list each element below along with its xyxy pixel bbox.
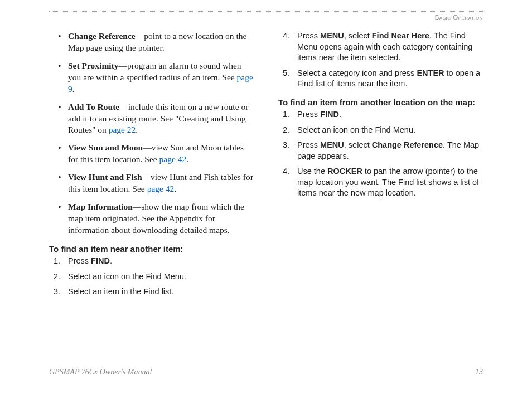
- procedure-heading: To find an item from another location on…: [278, 97, 483, 108]
- step-text-pre: Use the: [297, 167, 327, 176]
- step-text-pre: Select a category icon and press: [297, 69, 417, 77]
- step-text-pre: Press: [68, 256, 91, 265]
- step-item: 4. Press MENU, select Find Near Here. Th…: [278, 31, 483, 64]
- step-number: 2.: [54, 271, 60, 283]
- bullet-map-information: Map Information—show the map from which …: [58, 201, 254, 236]
- step-number: 2.: [283, 125, 289, 136]
- key-find: FIND: [91, 256, 110, 265]
- page-link[interactable]: page 22: [109, 125, 136, 134]
- step-item: 1. Press FIND.: [49, 256, 254, 267]
- bullet-title: Set Proximity: [68, 61, 119, 70]
- step-text-mid: , select: [344, 31, 372, 40]
- bullet-title: View Sun and Moon: [68, 143, 143, 152]
- bullet-desc-end: .: [136, 125, 138, 134]
- key-find-near-here: Find Near Here: [372, 31, 429, 40]
- step-item: 3. Press MENU, select Change Reference. …: [278, 140, 483, 162]
- step-text: Select an icon on the Find Menu.: [68, 272, 186, 281]
- document-page: Basic Operation Change Reference—point t…: [0, 0, 532, 399]
- bullet-title: View Hunt and Fish: [68, 172, 142, 182]
- step-item: 1. Press FIND.: [278, 109, 483, 120]
- step-item: 5. Select a category icon and press ENTE…: [278, 68, 483, 90]
- step-number: 4.: [283, 166, 289, 177]
- step-text: Select an item in the Find list.: [68, 287, 173, 296]
- key-enter: ENTER: [417, 69, 444, 77]
- section-header: Basic Operation: [49, 14, 483, 21]
- key-rocker: ROCKER: [327, 167, 362, 176]
- bullet-title: Map Information: [68, 202, 133, 211]
- page-footer: GPSMAP 76Cx Owner's Manual 13: [49, 368, 483, 377]
- step-text-post: .: [110, 256, 112, 265]
- bullet-change-reference: Change Reference—point to a new location…: [58, 31, 254, 54]
- step-number: 4.: [283, 31, 289, 42]
- page-link[interactable]: page 42: [147, 184, 175, 193]
- bullet-desc-end: .: [174, 184, 176, 193]
- bullet-set-proximity: Set Proximity—program an alarm to sound …: [58, 60, 254, 95]
- step-text: Select an icon on the Find Menu.: [297, 125, 415, 134]
- bullet-desc-end: .: [72, 84, 75, 94]
- footer-title: GPSMAP 76Cx Owner's Manual: [49, 368, 152, 377]
- step-text-pre: Press: [297, 31, 320, 40]
- header-rule: [49, 11, 483, 12]
- bullet-title: Change Reference: [68, 31, 136, 41]
- procedure-heading: To find an item near another item:: [49, 244, 254, 255]
- bullet-add-to-route: Add To Route—include this item on a new …: [58, 101, 254, 137]
- step-text-pre: Press: [297, 140, 320, 149]
- steps-list-1: 1. Press FIND. 2. Select an icon on the …: [49, 256, 254, 298]
- step-item: 2. Select an icon on the Find Menu.: [49, 271, 254, 283]
- column-layout: Change Reference—point to a new location…: [49, 31, 483, 302]
- bullet-view-hunt-fish: View Hunt and Fish—view Hunt and Fish ta…: [58, 172, 254, 195]
- step-item: 4. Use the ROCKER to pan the arrow (poin…: [278, 166, 483, 199]
- bullet-desc-end: .: [186, 154, 188, 164]
- left-column: Change Reference—point to a new location…: [49, 31, 254, 302]
- key-change-reference: Change Reference: [372, 140, 443, 149]
- step-number: 1.: [54, 256, 60, 267]
- bullet-view-sun-moon: View Sun and Moon—view Sun and Moon tabl…: [58, 142, 254, 166]
- step-item: 2. Select an icon on the Find Menu.: [278, 125, 483, 136]
- step-text-post: .: [339, 110, 341, 119]
- step-number: 3.: [283, 140, 289, 151]
- right-column: 4. Press MENU, select Find Near Here. Th…: [278, 31, 483, 302]
- steps-continued: 4. Press MENU, select Find Near Here. Th…: [278, 31, 483, 90]
- key-menu: MENU: [320, 31, 344, 40]
- step-number: 5.: [283, 68, 289, 79]
- step-text-pre: Press: [297, 110, 320, 119]
- key-find: FIND: [320, 110, 339, 119]
- step-text-mid: , select: [344, 140, 372, 149]
- step-number: 3.: [54, 286, 60, 298]
- step-item: 3. Select an item in the Find list.: [49, 286, 254, 298]
- page-number: 13: [475, 368, 483, 377]
- page-link[interactable]: page 42: [159, 154, 187, 164]
- options-list: Change Reference—point to a new location…: [49, 31, 254, 236]
- bullet-title: Add To Route: [68, 102, 119, 111]
- key-menu: MENU: [320, 140, 344, 149]
- steps-list-2: 1. Press FIND. 2. Select an icon on the …: [278, 109, 483, 199]
- step-number: 1.: [283, 109, 289, 120]
